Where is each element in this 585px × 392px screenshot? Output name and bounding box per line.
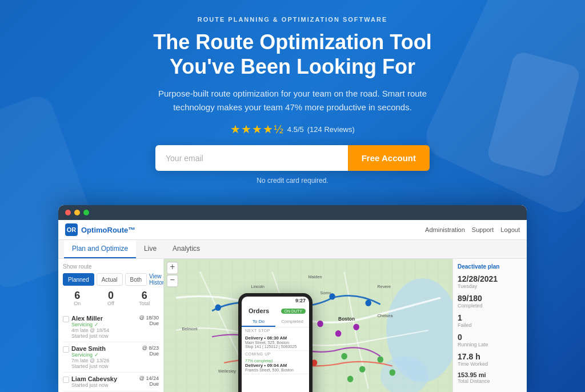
app-logo-text: OptimoRoute™ xyxy=(81,226,135,234)
panel-total-distance-label: Total Distance xyxy=(458,378,522,384)
deactivate-plan-link[interactable]: Deactivate plan xyxy=(458,263,522,270)
support-menu[interactable]: Support xyxy=(472,226,494,233)
app-map[interactable]: + − Lincoln Malden Revere Waltham Boston… xyxy=(164,259,452,392)
driver-alex-stats: @ 18/30 Due xyxy=(139,315,159,326)
panel-time-worked-label: Time Worked xyxy=(458,361,522,367)
hero-section: ROUTE PLANNING & OPTIMIZATION SOFTWARE T… xyxy=(0,0,585,196)
svg-point-20 xyxy=(353,324,359,330)
window-maximize-dot[interactable] xyxy=(83,210,89,215)
app-logo: OR OptimoRoute™ xyxy=(65,223,135,236)
driver-dave-count: @ 8/23 xyxy=(142,345,159,351)
mobile-tab-todo[interactable]: To Do xyxy=(242,317,275,327)
signup-form: Free Account xyxy=(155,145,430,171)
driver-dave-late: 7m late @ 13/26 xyxy=(71,358,140,363)
toggle-both[interactable]: Both xyxy=(125,273,147,286)
driver-item-dave[interactable]: Dave Smith Servicing ✓ 7m late @ 13/26 S… xyxy=(63,342,159,373)
mobile-delivery-1[interactable]: Delivery • 08:30 AM Main Street, 525, Bo… xyxy=(242,334,309,351)
driver-liam-checkbox[interactable] xyxy=(63,377,69,383)
toggle-actual[interactable]: Actual xyxy=(97,273,123,286)
tab-analytics[interactable]: Analytics xyxy=(165,240,208,258)
app-screenshot: OR OptimoRoute™ Administration Support L… xyxy=(58,205,527,392)
rating-value: 4.5/5 xyxy=(287,125,304,134)
svg-point-15 xyxy=(377,357,383,363)
stat-off: 0 Off xyxy=(97,290,126,306)
driver-alex-info: Alex Miller Servicing ✓ 4m late @ 18/54 … xyxy=(71,315,137,339)
svg-text:Chelsea: Chelsea xyxy=(377,313,393,318)
panel-total-distance-value: 153.95 mi xyxy=(458,371,522,378)
hero-title-line2: You've Been Looking For xyxy=(170,55,415,78)
panel-running-late-value: 0 xyxy=(458,333,522,342)
panel-completed: 89/180 Completed xyxy=(458,294,522,309)
panel-completed-label: Completed xyxy=(458,303,522,309)
svg-text:Somv: Somv xyxy=(320,291,331,296)
panel-time-worked: 17.8 h Time Worked xyxy=(458,352,522,367)
driver-alex-eta: Due xyxy=(139,321,159,326)
hero-title: The Route Optimization Tool You've Been … xyxy=(11,30,574,79)
svg-point-6 xyxy=(365,300,371,306)
mobile-next-stop-label: NEXT STOP xyxy=(242,327,309,334)
stat-total: 6 Total xyxy=(130,290,159,306)
rating-reviews: (124 Reviews) xyxy=(307,125,355,134)
stat-off-value: 0 xyxy=(97,290,126,301)
toggle-planned[interactable]: Planned xyxy=(63,273,94,286)
route-toggle-row: Planned Actual Both View History xyxy=(63,273,159,286)
mobile-delivery2-addr: Francis Street, 530, Boston xyxy=(245,368,306,372)
driver-liam-stats: @ 14/24 Due xyxy=(139,375,159,387)
mobile-delivery1-addr: Main Street, 525, Boston xyxy=(245,341,306,345)
svg-text:Malden: Malden xyxy=(308,274,322,279)
view-history-link[interactable]: View History xyxy=(149,273,164,286)
stat-on-label: On xyxy=(63,301,92,306)
tab-plan-optimize[interactable]: Plan and Optimize xyxy=(64,240,136,258)
driver-dave-started: Started just now xyxy=(71,363,140,369)
svg-point-13 xyxy=(341,353,347,359)
svg-text:Boston: Boston xyxy=(338,316,355,322)
mobile-screen: 9:27 Orders ON DUTY To Do Completed NEXT… xyxy=(242,297,309,392)
logout-button[interactable]: Logout xyxy=(500,226,520,233)
app-header-right: Administration Support Logout xyxy=(425,226,520,233)
app-tabs: Plan and Optimize Live Analytics xyxy=(58,240,527,259)
on-duty-badge: ON DUTY xyxy=(281,309,306,314)
svg-point-14 xyxy=(359,366,366,373)
driver-dave-stats: @ 8/23 Due xyxy=(142,345,159,357)
window-close-dot[interactable] xyxy=(65,210,71,215)
panel-date-value: 12/28/2021 xyxy=(458,274,522,283)
hero-title-line1: The Route Optimization Tool xyxy=(153,30,431,54)
admin-menu[interactable]: Administration xyxy=(425,226,465,233)
driver-liam-name: Liam Cabevsky xyxy=(71,375,137,382)
driver-dave-name: Dave Smith xyxy=(71,345,140,352)
driver-dave-checkbox[interactable] xyxy=(63,346,69,353)
stat-total-label: Total xyxy=(130,301,159,306)
driver-alex-checkbox[interactable] xyxy=(63,316,69,322)
mobile-delivery2-pct: 77% completed xyxy=(245,359,306,363)
svg-point-18 xyxy=(317,321,323,327)
driver-alex-name: Alex Miller xyxy=(71,315,137,322)
logo-icon: OR xyxy=(65,223,78,236)
mobile-delivery-2[interactable]: 77% completed Delivery • 09:04 AM Franci… xyxy=(242,357,309,374)
svg-text:Belmont: Belmont xyxy=(182,326,198,331)
window-minimize-dot[interactable] xyxy=(74,210,80,215)
stat-total-value: 6 xyxy=(130,290,159,301)
hero-tag: ROUTE PLANNING & OPTIMIZATION SOFTWARE xyxy=(11,16,574,23)
svg-text:Revere: Revere xyxy=(377,284,391,289)
driver-dave-info: Dave Smith Servicing ✓ 7m late @ 13/26 S… xyxy=(71,345,140,369)
email-input[interactable] xyxy=(155,145,348,171)
driver-item-liam[interactable]: Liam Cabevsky Started just now @ 14/24 D… xyxy=(63,373,159,391)
mobile-delivery1-id: Stop 141 | 125012 | 5060025 xyxy=(245,345,306,349)
svg-text:Lincoln: Lincoln xyxy=(251,284,265,289)
app-header: OR OptimoRoute™ Administration Support L… xyxy=(58,220,527,240)
svg-point-2 xyxy=(215,305,221,311)
mobile-tab-completed[interactable]: Completed xyxy=(275,317,309,327)
driver-dave-eta: Due xyxy=(142,351,159,357)
driver-alex-started: Started just now xyxy=(71,333,137,339)
tab-live[interactable]: Live xyxy=(136,240,165,258)
driver-item-alex[interactable]: Alex Miller Servicing ✓ 4m late @ 18/54 … xyxy=(63,312,159,342)
driver-dave-status: Servicing ✓ xyxy=(71,352,140,358)
star-icons: ★★★★½ xyxy=(230,122,284,136)
free-account-button[interactable]: Free Account xyxy=(348,145,430,171)
panel-time-worked-value: 17.8 h xyxy=(458,352,522,361)
driver-liam-count: @ 14/24 xyxy=(139,375,159,381)
driver-liam-started: Started just now xyxy=(71,382,137,388)
driver-liam-eta: Due xyxy=(139,381,159,387)
panel-failed-label: Failed xyxy=(458,322,522,328)
panel-running-late: 0 Running Late xyxy=(458,333,522,347)
